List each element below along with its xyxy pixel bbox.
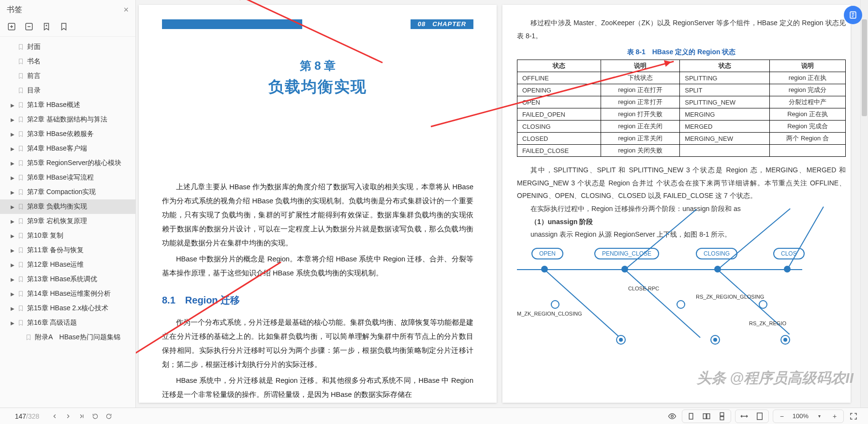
table-cell bbox=[770, 145, 846, 157]
page-right: 移过程中涉及 Master、ZooKeeper（ZK）以及 RegionServ… bbox=[502, 5, 851, 403]
bookmark-item[interactable]: ▶第1章 HBase概述 bbox=[0, 98, 135, 112]
states-table: 状态说明状态说明OFFLINE下线状态SPLITTINGregion 正在执OP… bbox=[517, 60, 846, 157]
svg-rect-6 bbox=[707, 413, 710, 419]
chevron-right-icon[interactable]: ▶ bbox=[11, 248, 15, 253]
table-cell: SPLITTING_NEW bbox=[680, 96, 770, 108]
bookmark-item[interactable]: ▶第13章 HBase系统调优 bbox=[0, 272, 135, 287]
table-cell: OPENING bbox=[517, 84, 601, 96]
chevron-right-icon[interactable]: ▶ bbox=[11, 277, 15, 282]
chevron-right-icon[interactable]: ▶ bbox=[11, 146, 15, 151]
chapter-title: 负载均衡实现 bbox=[162, 76, 473, 98]
bookmark-add-icon[interactable] bbox=[42, 22, 51, 31]
bookmark-label: 第2章 基础数据结构与算法 bbox=[27, 115, 107, 124]
bookmark-item[interactable]: ▶第7章 Compaction实现 bbox=[0, 185, 135, 199]
chevron-right-icon[interactable]: ▶ bbox=[11, 161, 15, 166]
bookmark-label: 第8章 负载均衡实现 bbox=[27, 202, 87, 211]
fit-page-icon[interactable] bbox=[753, 410, 766, 423]
next-page-button[interactable] bbox=[62, 410, 74, 422]
bookmark-icon bbox=[17, 290, 24, 297]
two-page-icon[interactable] bbox=[700, 410, 713, 423]
bookmark-icon[interactable] bbox=[59, 22, 69, 31]
bookmark-icon bbox=[17, 276, 24, 283]
bookmark-item[interactable]: ▶第10章 复制 bbox=[0, 228, 135, 243]
bookmark-item[interactable]: ▶第15章 HBase 2.x核心技术 bbox=[0, 301, 135, 316]
paragraph: 上述几章主要从 HBase 作为数据库的角度介绍了数据写入读取的相关实现，本章将… bbox=[162, 180, 473, 250]
bookmark-item[interactable]: 附录A HBase热门问题集锦 bbox=[0, 330, 135, 345]
single-page-icon[interactable] bbox=[685, 410, 697, 423]
body-text: 上述几章主要从 HBase 作为数据库的角度介绍了数据写入读取的相关实现，本章将… bbox=[162, 180, 473, 280]
chevron-right-icon[interactable]: ▶ bbox=[11, 117, 15, 122]
bookmark-item[interactable]: ▶第9章 宕机恢复原理 bbox=[0, 214, 135, 228]
chevron-right-icon[interactable]: ▶ bbox=[11, 204, 15, 210]
chevron-right-icon[interactable]: ▶ bbox=[11, 306, 15, 311]
eye-icon[interactable] bbox=[666, 410, 678, 423]
svg-rect-5 bbox=[703, 413, 706, 419]
svg-point-3 bbox=[671, 415, 674, 417]
bookmark-item[interactable]: ▶第14章 HBase运维案例分析 bbox=[0, 287, 135, 301]
chevron-right-icon[interactable]: ▶ bbox=[11, 175, 15, 181]
fullscreen-icon[interactable] bbox=[847, 410, 860, 423]
bookmark-item[interactable]: ▶第12章 HBase运维 bbox=[0, 257, 135, 272]
bookmark-item[interactable]: 书名 bbox=[0, 54, 135, 69]
bookmark-item[interactable]: 目录 bbox=[0, 83, 135, 98]
chevron-right-icon[interactable]: ▶ bbox=[11, 320, 15, 326]
bookmark-item[interactable]: ▶第11章 备份与恢复 bbox=[0, 243, 135, 257]
bookmark-item[interactable]: ▶第4章 HBase客户端 bbox=[0, 141, 135, 156]
bookmark-item[interactable]: 前言 bbox=[0, 69, 135, 83]
table-cell: SPLITTING bbox=[680, 72, 770, 84]
table-header: 说明 bbox=[770, 60, 846, 72]
bookmark-item[interactable]: 封面 bbox=[0, 40, 135, 54]
section-heading: 8.1 Region 迁移 bbox=[162, 294, 473, 307]
close-icon[interactable]: × bbox=[123, 5, 129, 15]
chevron-right-icon[interactable]: ▶ bbox=[11, 233, 15, 239]
zoom-dropdown-icon[interactable]: ▾ bbox=[813, 410, 825, 423]
chevron-right-icon[interactable]: ▶ bbox=[11, 103, 15, 108]
table-row: CLOSEDregion 正常关闭MERGING_NEW两个 Region 合 bbox=[517, 133, 846, 145]
bookmark-item[interactable]: ▶第3章 HBase依赖服务 bbox=[0, 127, 135, 141]
svg-rect-7 bbox=[720, 412, 724, 416]
table-header: 状态 bbox=[517, 60, 601, 72]
bookmark-icon bbox=[17, 203, 24, 210]
prev-page-button[interactable] bbox=[49, 410, 60, 422]
paragraph: unassign 表示 Region 从源 RegionServer 上下线，如… bbox=[517, 228, 846, 241]
sidebar-title: 书签 bbox=[7, 5, 22, 15]
chapter-number: 第 8 章 bbox=[162, 58, 473, 74]
table-row: CLOSINGregion 正在关闭MERGEDRegion 完成合 bbox=[517, 121, 846, 133]
chevron-right-icon[interactable]: ▶ bbox=[11, 262, 15, 268]
paragraph: HBase 中数据分片的概念是 Region。本章将介绍 HBase 系统中 R… bbox=[162, 252, 473, 280]
bookmark-label: 第5章 RegionServer的核心模块 bbox=[27, 159, 121, 167]
continuous-icon[interactable] bbox=[716, 410, 728, 423]
page-left: 08 CHAPTER 第 8 章 负载均衡实现 上述几章主要从 HBase 作为… bbox=[139, 5, 497, 403]
bookmark-item[interactable]: ▶第2章 基础数据结构与算法 bbox=[0, 112, 135, 127]
bookmark-label: 第12章 HBase运维 bbox=[27, 260, 84, 269]
rotate-right-button[interactable] bbox=[103, 410, 115, 422]
page-number-input[interactable] bbox=[7, 412, 26, 420]
zoom-out-button[interactable]: − bbox=[776, 410, 788, 423]
bookmark-icon bbox=[17, 247, 24, 254]
float-action-button[interactable] bbox=[844, 6, 862, 24]
rotate-left-button[interactable] bbox=[89, 410, 101, 422]
bookmark-icon bbox=[17, 189, 24, 196]
zoom-in-button[interactable]: + bbox=[828, 410, 841, 423]
bookmark-item[interactable]: ▶第6章 HBase读写流程 bbox=[0, 170, 135, 185]
vertical-scrollbar[interactable] bbox=[860, 0, 868, 408]
svg-rect-4 bbox=[689, 413, 693, 419]
bookmark-icon bbox=[17, 87, 24, 94]
bookmark-item[interactable]: ▶第16章 高级话题 bbox=[0, 316, 135, 330]
chevron-right-icon[interactable]: ▶ bbox=[11, 219, 15, 224]
bookmark-icon bbox=[17, 102, 24, 108]
expand-all-icon[interactable] bbox=[7, 22, 16, 31]
chevron-right-icon[interactable]: ▶ bbox=[11, 190, 15, 195]
fit-width-icon[interactable] bbox=[738, 410, 750, 423]
paragraph: 其中，SPLITTING、SPLIT 和 SPLITTING_NEW 3 个状态… bbox=[517, 164, 846, 202]
page-total: /328 bbox=[26, 412, 39, 420]
last-page-button[interactable] bbox=[76, 410, 88, 422]
sidebar-toolbar bbox=[0, 18, 135, 37]
bookmark-item[interactable]: ▶第8章 负载均衡实现 bbox=[0, 199, 135, 214]
chevron-right-icon[interactable]: ▶ bbox=[11, 291, 15, 297]
chevron-right-icon[interactable]: ▶ bbox=[11, 132, 15, 137]
bookmark-item[interactable]: ▶第5章 RegionServer的核心模块 bbox=[0, 156, 135, 170]
table-row: FAILED_OPENregion 打开失败MERGINGRegion 正在执 bbox=[517, 108, 846, 121]
collapse-all-icon[interactable] bbox=[24, 22, 34, 31]
table-cell: MERGING_NEW bbox=[680, 133, 770, 145]
